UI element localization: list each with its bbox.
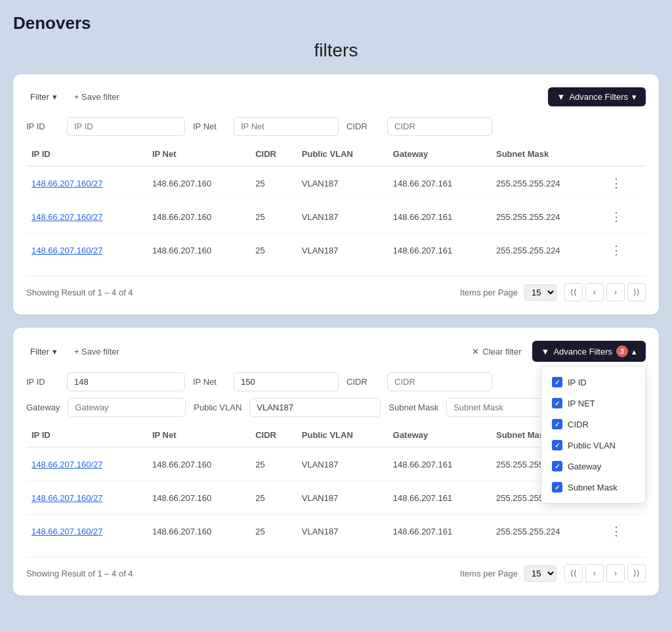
items-per-page-label-1: Items per Page [460,288,518,297]
advance-filters-label-2: Advance Filters [553,347,612,357]
ip-net-input-2[interactable] [234,372,339,391]
cidr-input-1[interactable] [387,117,492,136]
table-row: 148.66.207.160/27 148.66.207.160 25 VLAN… [26,166,646,200]
ip-id-label-1: IP ID [26,121,59,131]
dropdown-item-label: Gateway [568,462,601,471]
next-page-btn-2[interactable]: › [606,564,625,582]
subnet-mask-input-2[interactable] [446,398,551,417]
prev-page-btn-1[interactable]: ‹ [585,283,604,301]
dropdown-item[interactable]: IP NET [541,393,645,414]
funnel-icon-2: ▼ [541,347,550,357]
ip-net-label-2: IP Net [193,377,226,387]
chevron-down-icon-2: ▾ [52,347,57,357]
pagination-2: Items per Page 15 25 50 ⟨⟨ ‹ › ⟩⟩ [460,564,646,582]
checkbox-icon [552,440,562,450]
cell-public-vlan: VLAN187 [297,481,388,515]
col-gateway-1: Gateway [388,142,491,166]
cell-ip-id: 148.66.207.160/27 [26,166,147,200]
ip-id-link[interactable]: 148.66.207.160/27 [32,246,102,255]
ip-id-link[interactable]: 148.66.207.160/27 [32,493,102,503]
row-actions-btn[interactable]: ⋮ [606,208,626,225]
ip-id-link[interactable]: 148.66.207.160/27 [32,212,102,222]
dropdown-item[interactable]: Public VLAN [541,435,645,456]
filter-dropdown-btn-2[interactable]: Filter ▾ [26,344,61,359]
cidr-input-2[interactable] [387,372,492,391]
filter-bar-left-1: Filter ▾ + Save filter [26,89,125,104]
checkbox-icon [552,482,562,492]
dropdown-item-label: Public VLAN [568,441,616,450]
next-page-btn-1[interactable]: › [606,283,625,301]
filter-bar-right-1: ▼ Advance Filters ▾ [548,87,646,106]
card-1: Filter ▾ + Save filter ▼ Advance Filters… [13,74,659,315]
save-filter-btn-2[interactable]: + Save filter [69,344,125,359]
public-vlan-label-2: Public VLAN [194,403,242,412]
cell-cidr: 25 [250,234,297,267]
public-vlan-input-2[interactable] [249,398,381,417]
chevron-down-icon-af1: ▾ [632,92,637,102]
ip-id-input-2[interactable] [67,372,185,391]
items-per-page-select-2[interactable]: 15 25 50 [524,565,556,582]
filter-inputs-row-1: IP ID IP Net CIDR [26,117,646,136]
row-actions-btn[interactable]: ⋮ [606,242,626,259]
cell-ip-net: 148.66.207.160 [147,200,250,234]
cell-actions: ⋮ [601,515,646,548]
last-page-btn-1[interactable]: ⟩⟩ [627,283,646,301]
chevron-down-icon-1: ▾ [52,92,57,102]
clear-filter-btn-2[interactable]: ✕ Clear filter [467,344,526,359]
cidr-label-2: CIDR [346,377,379,387]
last-page-btn-2[interactable]: ⟩⟩ [627,564,646,582]
advance-filters-btn-1[interactable]: ▼ Advance Filters ▾ [548,87,646,106]
advance-filters-btn-2[interactable]: ▼ Advance Filters 3 ▴ [532,341,646,362]
save-filter-btn-1[interactable]: + Save filter [69,89,125,104]
col-subnet-mask-1: Subnet Mask [491,142,601,166]
row-actions-btn[interactable]: ⋮ [606,175,626,192]
table-footer-1: Showing Result of 1 – 4 of 4 Items per P… [26,276,646,301]
filter-dropdown-btn-1[interactable]: Filter ▾ [26,89,61,104]
ip-net-input-1[interactable] [234,117,339,136]
cell-subnet-mask: 255.255.255.224 [491,166,601,200]
dropdown-item[interactable]: IP ID [541,372,645,393]
dropdown-item-label: Subnet Mask [568,483,618,492]
cell-public-vlan: VLAN187 [297,166,388,200]
dropdown-menu-2: IP ID IP NET CIDR Public VLAN Gateway Su… [541,366,646,504]
ip-id-input-1[interactable] [67,117,185,136]
cell-gateway: 148.66.207.161 [388,515,491,548]
cell-subnet-mask: 255.255.255.224 [491,200,601,234]
cell-gateway: 148.66.207.161 [388,481,491,515]
ip-id-link[interactable]: 148.66.207.160/27 [32,527,102,536]
cell-cidr: 25 [250,200,297,234]
cell-actions: ⋮ [601,200,646,234]
prev-page-btn-2[interactable]: ‹ [585,564,604,582]
dropdown-item[interactable]: CIDR [541,414,645,435]
app-title: Denovers [13,13,659,33]
col-ip-id-2: IP ID [26,424,147,447]
checkbox-icon [552,419,562,429]
items-per-page-select-1[interactable]: 15 25 50 [524,284,556,301]
cell-cidr: 25 [250,515,297,548]
funnel-icon-1: ▼ [557,92,566,102]
showing-text-1: Showing Result of 1 – 4 of 4 [26,288,133,297]
x-icon-2: ✕ [472,347,479,357]
row-actions-btn[interactable]: ⋮ [606,523,626,540]
col-ip-net-1: IP Net [147,142,250,166]
cell-subnet-mask: 255.255.255.224 [491,234,601,267]
first-page-btn-2[interactable]: ⟨⟨ [564,564,583,582]
filter-bar-2: Filter ▾ + Save filter ✕ Clear filter ▼ … [26,341,646,362]
cell-ip-net: 148.66.207.160 [147,481,250,515]
col-ip-net-2: IP Net [147,424,250,447]
cell-gateway: 148.66.207.161 [388,447,491,481]
ip-id-link[interactable]: 148.66.207.160/27 [32,179,102,188]
dropdown-item[interactable]: Gateway [541,456,645,477]
filter-bar-right-2: ✕ Clear filter ▼ Advance Filters 3 ▴ IP … [467,341,646,362]
cell-gateway: 148.66.207.161 [388,200,491,234]
col-ip-id-1: IP ID [26,142,147,166]
dropdown-item[interactable]: Subnet Mask [541,477,645,498]
cell-ip-id: 148.66.207.160/27 [26,234,147,267]
filter-label-2: Filter [30,347,49,357]
first-page-btn-1[interactable]: ⟨⟨ [564,283,583,301]
cidr-label-1: CIDR [346,121,379,131]
showing-text-2: Showing Result of 1 – 4 of 4 [26,569,133,578]
table-1: IP ID IP Net CIDR Public VLAN Gateway Su… [26,142,646,267]
ip-id-link[interactable]: 148.66.207.160/27 [32,460,102,469]
gateway-input-2[interactable] [68,398,186,417]
